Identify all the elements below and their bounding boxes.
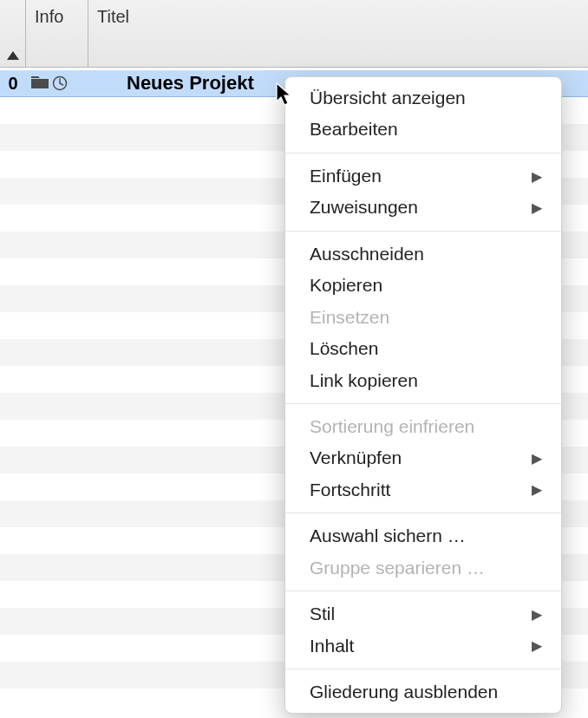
menu-progress[interactable]: Fortschritt▶ bbox=[285, 474, 561, 506]
chevron-right-icon: ▶ bbox=[532, 604, 542, 624]
menu-copy-link[interactable]: Link kopieren bbox=[285, 365, 561, 396]
menu-assignments[interactable]: Zuweisungen▶ bbox=[285, 192, 561, 223]
header-title-column[interactable]: Titel bbox=[88, 0, 588, 67]
context-menu: Übersicht anzeigen Bearbeiten Einfügen▶ … bbox=[284, 76, 562, 714]
chevron-right-icon: ▶ bbox=[532, 636, 542, 656]
menu-insert[interactable]: Einfügen▶ bbox=[285, 160, 561, 192]
menu-separator bbox=[285, 403, 561, 404]
menu-separator bbox=[285, 231, 561, 232]
menu-link[interactable]: Verknüpfen▶ bbox=[285, 442, 561, 473]
header-info-column[interactable]: Info bbox=[26, 0, 88, 67]
menu-paste: Einsetzen bbox=[285, 302, 561, 333]
chevron-right-icon: ▶ bbox=[532, 198, 542, 218]
table-header: Info Titel bbox=[0, 0, 588, 68]
menu-freeze-sort: Sortierung einfrieren bbox=[285, 411, 561, 442]
menu-separator bbox=[285, 669, 561, 669]
menu-cut[interactable]: Ausschneiden bbox=[285, 238, 561, 270]
menu-edit[interactable]: Bearbeiten bbox=[285, 114, 561, 145]
menu-hide-outline[interactable]: Gliederung ausblenden bbox=[285, 676, 561, 708]
header-info-label: Info bbox=[35, 7, 63, 27]
row-index: 0 bbox=[0, 74, 26, 94]
row-info bbox=[26, 75, 88, 91]
menu-show-overview[interactable]: Übersicht anzeigen bbox=[285, 82, 561, 114]
sort-ascending-icon bbox=[7, 51, 19, 60]
chevron-right-icon: ▶ bbox=[532, 480, 542, 499]
menu-separator bbox=[285, 153, 561, 153]
chevron-right-icon: ▶ bbox=[532, 448, 542, 468]
menu-content[interactable]: Inhalt▶ bbox=[285, 630, 561, 662]
chevron-right-icon: ▶ bbox=[532, 166, 542, 186]
menu-save-selection[interactable]: Auswahl sichern … bbox=[285, 520, 561, 552]
menu-separator bbox=[285, 591, 561, 591]
header-sort-column[interactable] bbox=[0, 0, 26, 67]
header-title-label: Titel bbox=[97, 7, 129, 27]
menu-copy[interactable]: Kopieren bbox=[285, 270, 561, 301]
clock-icon bbox=[52, 75, 68, 91]
menu-style[interactable]: Stil▶ bbox=[285, 598, 561, 630]
folder-icon bbox=[31, 76, 49, 90]
menu-separator bbox=[285, 512, 561, 513]
menu-delete[interactable]: Löschen bbox=[285, 333, 561, 364]
menu-separate-group: Gruppe separieren … bbox=[285, 552, 561, 584]
